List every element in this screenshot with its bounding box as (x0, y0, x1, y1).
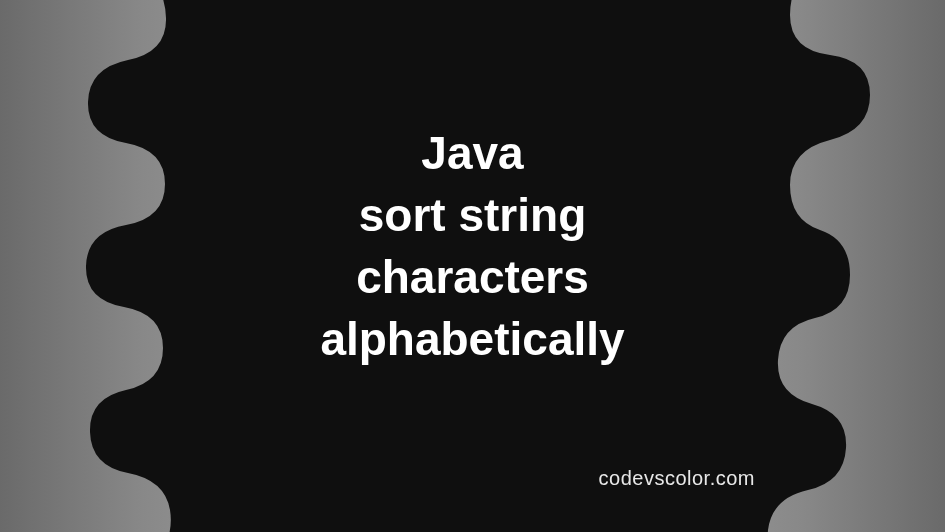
heading-line-3: characters (356, 251, 589, 303)
heading-line-1: Java (421, 127, 523, 179)
heading-line-2: sort string (359, 189, 586, 241)
watermark-text: codevscolor.com (599, 467, 755, 490)
main-heading: Java sort string characters alphabetical… (123, 122, 823, 370)
heading-line-4: alphabetically (320, 313, 624, 365)
